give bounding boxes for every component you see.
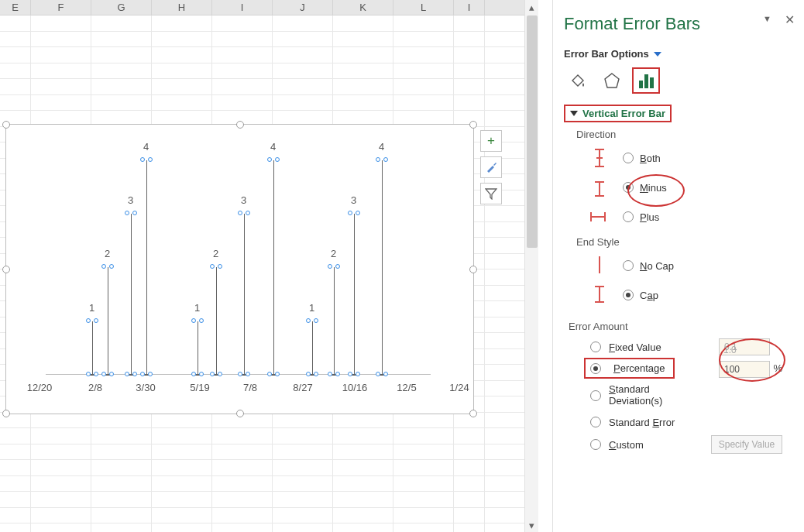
cell[interactable] [393,523,454,532]
cell[interactable] [212,79,273,94]
cell[interactable] [333,476,393,492]
cell[interactable] [212,523,273,532]
cell[interactable] [212,47,273,63]
cell[interactable] [0,32,31,47]
cell[interactable] [333,508,393,523]
col-header[interactable]: H [152,0,212,15]
data-marker[interactable] [210,264,222,270]
cell[interactable] [152,492,212,507]
radio-stddev[interactable] [590,390,601,401]
cell[interactable] [333,63,393,79]
amount-stddev-row[interactable]: StandardDeviation(s) [590,382,793,410]
direction-both-row[interactable]: Both [576,145,793,171]
cell[interactable] [333,15,393,31]
cell[interactable] [273,492,333,507]
error-bar-options-tab[interactable] [632,67,660,94]
col-header[interactable]: J [273,0,333,15]
cell[interactable] [91,444,152,460]
cell[interactable] [152,476,212,492]
cell[interactable] [152,15,212,31]
cell[interactable] [212,428,273,444]
cell[interactable] [454,508,485,523]
chart-styles-button[interactable] [480,156,502,178]
cell[interactable] [212,95,273,111]
cell[interactable] [31,492,91,507]
data-marker[interactable] [101,264,114,270]
cell[interactable] [393,79,454,94]
cell[interactable] [152,95,212,111]
col-header[interactable]: I [212,0,273,15]
cell[interactable] [91,32,152,47]
data-marker[interactable] [348,372,360,378]
cell[interactable] [31,444,91,460]
cell[interactable] [393,413,454,428]
cell[interactable] [454,63,485,79]
cell[interactable] [212,15,273,31]
cell[interactable] [454,47,485,63]
data-marker[interactable] [348,211,360,217]
col-header[interactable]: L [393,0,454,15]
col-header[interactable]: I [454,0,485,15]
cell[interactable] [152,413,212,428]
cell[interactable] [152,47,212,63]
cell[interactable] [273,47,333,63]
cell[interactable] [91,15,152,31]
cell[interactable] [0,508,31,523]
scroll-thumb[interactable] [527,15,538,248]
resize-handle[interactable] [469,410,477,417]
error-bar[interactable] [312,321,313,375]
cell[interactable] [91,95,152,111]
data-marker[interactable] [376,157,388,163]
cell[interactable] [31,413,91,428]
radio-fixed[interactable] [590,342,601,352]
cell[interactable] [333,413,393,428]
cell[interactable] [393,476,454,492]
cell[interactable] [273,460,333,475]
cell[interactable] [333,79,393,94]
cell[interactable] [31,47,91,63]
direction-minus-row[interactable]: Minus [576,174,793,201]
cell[interactable] [152,523,212,532]
data-marker[interactable] [267,372,280,378]
cell[interactable] [212,444,273,460]
radio-both[interactable] [623,153,634,163]
scroll-up-icon[interactable]: ▴ [525,0,538,14]
col-header[interactable]: G [91,0,152,15]
specify-value-button[interactable]: Specify Value [711,435,782,454]
cell[interactable] [91,492,152,507]
close-icon[interactable]: ✕ [785,12,795,27]
cell[interactable] [212,476,273,492]
error-bar-options-dropdown[interactable]: Error Bar Options [564,48,793,60]
cell[interactable] [0,79,31,94]
cell[interactable] [31,508,91,523]
data-marker[interactable] [125,211,137,217]
data-marker[interactable] [210,372,222,378]
data-marker[interactable] [238,372,250,378]
cell[interactable] [454,15,485,31]
radio-stderr[interactable] [590,417,601,427]
radio-custom[interactable] [590,439,601,450]
error-bar[interactable] [108,267,108,375]
cell[interactable] [0,63,31,79]
error-bar[interactable] [92,321,93,375]
resize-handle[interactable] [469,121,477,129]
cell[interactable] [273,63,333,79]
amount-custom-row[interactable]: Custom Specify Value [590,434,793,455]
fill-line-tab[interactable] [564,67,592,94]
cell[interactable] [212,32,273,47]
cell[interactable] [0,15,31,31]
col-header[interactable]: K [333,0,393,15]
cell[interactable] [91,63,152,79]
data-marker[interactable] [306,372,318,378]
cell[interactable] [152,428,212,444]
cell[interactable] [333,523,393,532]
cell[interactable] [454,79,485,94]
panel-task-dropdown-icon[interactable]: ▼ [763,14,771,23]
cell[interactable] [273,523,333,532]
error-bar[interactable] [273,160,274,375]
cell[interactable] [393,492,454,507]
cell[interactable] [333,32,393,47]
cell[interactable] [91,508,152,523]
cell[interactable] [454,492,485,507]
resize-handle[interactable] [236,121,244,129]
